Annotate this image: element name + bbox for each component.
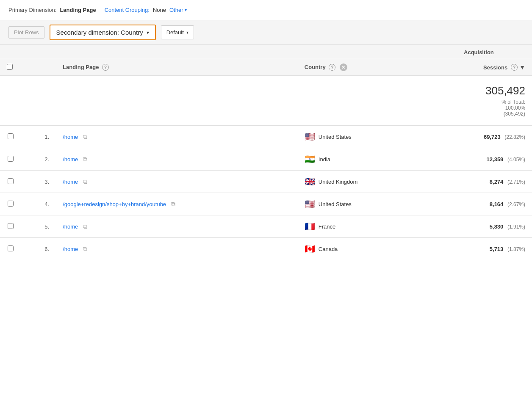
sessions-cell: 8,274 (2.71%) (426, 171, 532, 193)
other-dropdown-label: Other (169, 7, 183, 13)
sessions-value: 12,359 (487, 156, 504, 163)
row-num: 6. (21, 238, 56, 260)
flag-icon: 🇨🇦 (305, 244, 315, 254)
secondary-dimension-label: Secondary dimension: Country (56, 29, 143, 36)
row-checkbox-0[interactable] (8, 133, 14, 139)
sessions-pct: (2.71%) (507, 179, 525, 185)
country-cell: 🇮🇳 India (298, 148, 426, 171)
default-dropdown-arrow: ▾ (186, 30, 188, 35)
header-row-acquisition: Acquisition (0, 45, 532, 59)
total-country-cell (298, 76, 426, 126)
total-checkbox-cell (0, 76, 21, 126)
secondary-dimension-button[interactable]: Secondary dimension: Country ▾ (50, 25, 156, 40)
th-acquisition: Acquisition (426, 45, 532, 59)
th-empty-num (21, 45, 56, 59)
country-name: Canada (319, 246, 338, 252)
data-table: Acquisition Landing Page ? Country ? ✕ S… (0, 45, 532, 260)
copy-icon[interactable]: ⧉ (83, 156, 87, 163)
table-row: 2. /home ⧉ 🇮🇳 India 12,359 (4.05%) (0, 148, 532, 171)
country-name: United Kingdom (319, 179, 358, 185)
country-cell: 🇺🇸 United States (298, 193, 426, 215)
landing-page-link[interactable]: /home (63, 156, 78, 163)
row-checkbox-3[interactable] (8, 201, 14, 207)
th-country-top (298, 45, 426, 59)
sessions-cell: 5,713 (1.87%) (426, 238, 532, 260)
landing-page-link[interactable]: /home (63, 223, 78, 230)
content-grouping-link[interactable]: Content Grouping: (105, 7, 150, 13)
row-num: 5. (21, 215, 56, 238)
total-num-cell (21, 76, 56, 126)
landing-page-link[interactable]: /home (63, 179, 78, 185)
sessions-help-icon[interactable]: ? (511, 64, 518, 71)
landing-page-link[interactable]: /home (63, 246, 78, 252)
default-label: Default (166, 29, 184, 36)
total-row: 305,492 % of Total: 100.00% (305,492) (0, 76, 532, 126)
landing-page-link[interactable]: /home (63, 134, 78, 140)
country-name: India (319, 156, 330, 163)
flag-icon: 🇬🇧 (305, 176, 315, 187)
row-checkbox-cell[interactable] (0, 215, 21, 238)
sessions-value: 8,274 (490, 179, 504, 185)
landing-page-cell: /home ⧉ (56, 148, 298, 171)
sessions-pct: (2.67%) (507, 201, 525, 207)
landing-page-help-icon[interactable]: ? (102, 64, 109, 71)
country-cell: 🇺🇸 United States (298, 126, 426, 148)
sessions-cell: 5,830 (1.91%) (426, 215, 532, 238)
copy-icon[interactable]: ⧉ (83, 245, 87, 253)
default-button[interactable]: Default ▾ (161, 25, 194, 39)
th-select-all[interactable] (0, 59, 21, 76)
row-checkbox-cell[interactable] (0, 238, 21, 260)
country-name: France (319, 223, 335, 230)
table-row: 3. /home ⧉ 🇬🇧 United Kingdom 8,274 (2.71… (0, 171, 532, 193)
sessions-cell: 12,359 (4.05%) (426, 148, 532, 171)
header-row-columns: Landing Page ? Country ? ✕ Sessions ? ▼ (0, 59, 532, 76)
total-landing-cell (56, 76, 298, 126)
country-cell: 🇬🇧 United Kingdom (298, 171, 426, 193)
landing-page-link[interactable]: /google+redesign/shop+by+brand/youtube (63, 201, 166, 207)
sessions-pct: (4.05%) (507, 157, 525, 163)
copy-icon[interactable]: ⧉ (83, 178, 87, 185)
th-landing-page: Landing Page ? (56, 59, 298, 76)
sessions-pct: (1.91%) (507, 224, 525, 230)
plot-rows-button[interactable]: Plot Rows (8, 26, 44, 39)
row-checkbox-1[interactable] (8, 156, 14, 162)
select-all-checkbox[interactable] (7, 64, 13, 70)
flag-icon: 🇫🇷 (305, 221, 315, 232)
copy-icon[interactable]: ⧉ (171, 201, 175, 208)
toolbar: Plot Rows Secondary dimension: Country ▾… (0, 20, 532, 45)
row-checkbox-4[interactable] (8, 223, 14, 229)
landing-page-cell: /home ⧉ (56, 238, 298, 260)
th-country: Country ? ✕ (298, 59, 426, 76)
total-pct-label: % of Total: 100.00% (305,492) (432, 99, 525, 117)
landing-page-header-label: Landing Page (63, 64, 99, 70)
total-pct-value: 100.00% (505, 105, 525, 111)
country-help-icon[interactable]: ? (329, 64, 335, 71)
table-row: 4. /google+redesign/shop+by+brand/youtub… (0, 193, 532, 215)
sessions-header-label: Sessions (483, 64, 507, 71)
th-checkbox (0, 45, 21, 59)
row-checkbox-2[interactable] (8, 178, 14, 184)
secondary-dimension-arrow: ▾ (147, 30, 149, 36)
row-checkbox-5[interactable] (8, 245, 14, 251)
table-row: 1. /home ⧉ 🇺🇸 United States 69,723 (22.8… (0, 126, 532, 148)
primary-dimension-value: Landing Page (60, 7, 96, 13)
sessions-sort-icon[interactable]: ▼ (519, 64, 525, 71)
other-dropdown[interactable]: Other ▾ (169, 7, 187, 13)
sessions-cell: 8,164 (2.67%) (426, 193, 532, 215)
country-remove-icon[interactable]: ✕ (340, 63, 347, 71)
landing-page-cell: /home ⧉ (56, 126, 298, 148)
copy-icon[interactable]: ⧉ (83, 133, 87, 141)
country-name: United States (319, 201, 352, 207)
flag-icon: 🇮🇳 (305, 154, 315, 164)
row-checkbox-cell[interactable] (0, 171, 21, 193)
row-checkbox-cell[interactable] (0, 126, 21, 148)
row-num: 4. (21, 193, 56, 215)
sessions-value: 8,164 (490, 201, 504, 207)
row-checkbox-cell[interactable] (0, 148, 21, 171)
row-checkbox-cell[interactable] (0, 193, 21, 215)
other-dropdown-arrow: ▾ (185, 8, 187, 12)
acquisition-label: Acquisition (464, 49, 494, 55)
landing-page-cell: /home ⧉ (56, 215, 298, 238)
copy-icon[interactable]: ⧉ (83, 223, 87, 230)
total-pct-total: (305,492) (504, 111, 525, 117)
